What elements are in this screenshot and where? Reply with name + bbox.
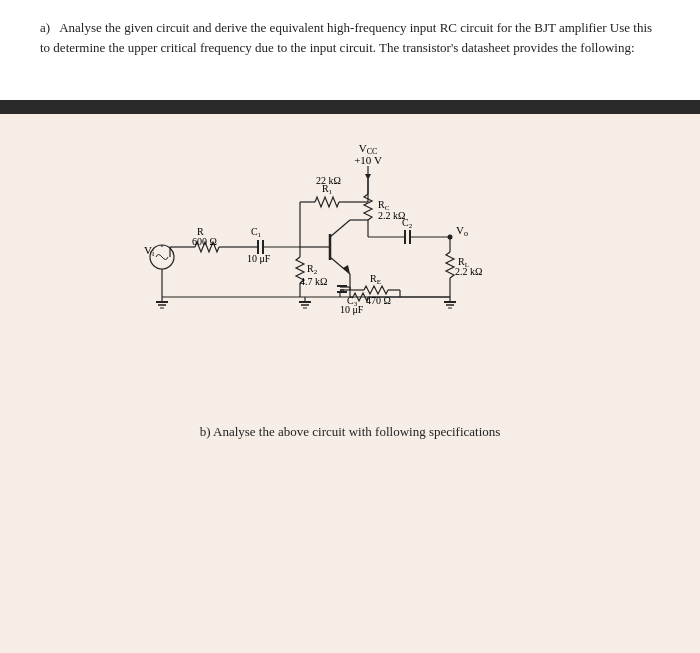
c1-label: C1 [251,226,262,239]
r2-value: 4.7 kΩ [300,276,327,287]
section-divider [0,100,700,114]
vi-label: Vi [144,244,155,258]
question-b-text: b) Analyse the above circuit with follow… [200,424,501,439]
r1-value: 22 kΩ [316,175,341,186]
svg-line-30 [330,257,350,274]
svg-line-28 [330,220,350,237]
svg-marker-1 [365,174,371,180]
vcc-value: +10 V [354,154,382,166]
re-label: RE [370,273,381,286]
r-value: 600 Ω [192,236,217,247]
question-a-label: a) [40,20,50,35]
circuit-container: VCC +10 V RC 2.2 kΩ [140,142,560,412]
top-section: a) Analyse the given circuit and derive … [0,0,700,100]
question-a-text: Analyse the given circuit and derive the… [40,20,652,55]
c3-value: 10 μF [340,304,364,315]
page: a) Analyse the given circuit and derive … [0,0,700,653]
c1-value: 10 μF [247,253,271,264]
question-a: a) Analyse the given circuit and derive … [40,18,660,58]
c2-label: C2 [402,217,413,230]
question-b: b) Analyse the above circuit with follow… [200,424,501,440]
rl-value: 2.2 kΩ [455,266,482,277]
re-value: 470 Ω [366,295,391,306]
r2-label: R2 [307,263,318,276]
vout-label: Vo [456,224,468,238]
bottom-section: VCC +10 V RC 2.2 kΩ [0,114,700,653]
circuit-diagram: VCC +10 V RC 2.2 kΩ [140,142,560,412]
